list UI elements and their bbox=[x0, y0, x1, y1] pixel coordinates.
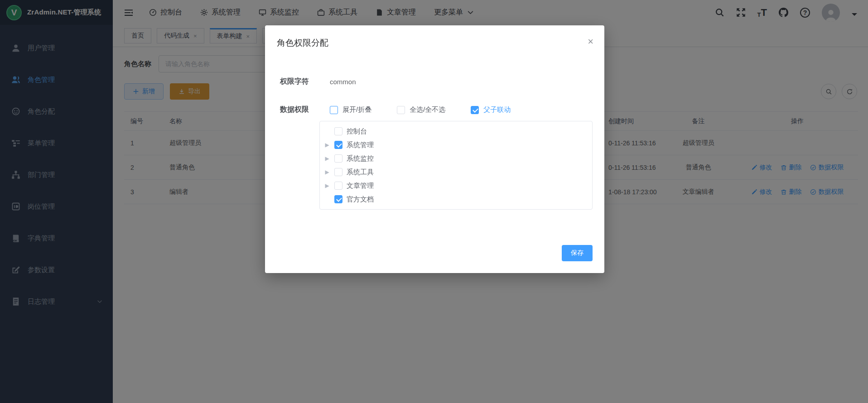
checkbox-icon[interactable] bbox=[334, 141, 342, 149]
tree-option-group: 展开/折叠 全选/全不选 父子联动 bbox=[330, 106, 511, 114]
checkbox-icon[interactable] bbox=[330, 106, 338, 114]
caret-right-icon[interactable]: ▶ bbox=[324, 155, 330, 162]
checkbox-icon[interactable] bbox=[471, 106, 479, 114]
dialog-header: 角色权限分配 × bbox=[265, 25, 604, 49]
tree-node-label: 系统监控 bbox=[347, 154, 374, 163]
tree-node-console[interactable]: ▶ 控制台 bbox=[320, 125, 592, 138]
save-button[interactable]: 保存 bbox=[562, 245, 593, 261]
tree-node-system-tools[interactable]: ▶ 系统工具 bbox=[320, 165, 592, 179]
role-permission-dialog: 角色权限分配 × 权限字符 common 数据权限 展开/折叠 全选/全不选 父… bbox=[265, 25, 604, 273]
dialog-title: 角色权限分配 bbox=[277, 37, 328, 49]
tree-node-official-docs[interactable]: ▶ 官方文档 bbox=[320, 192, 592, 206]
tree-node-label: 文章管理 bbox=[347, 182, 374, 190]
data-perm-row: 数据权限 展开/折叠 全选/全不选 父子联动 bbox=[280, 105, 593, 115]
tree-node-label: 控制台 bbox=[347, 127, 367, 136]
perm-char-label: 权限字符 bbox=[280, 77, 323, 86]
caret-right-icon[interactable]: ▶ bbox=[324, 169, 330, 175]
tree-node-label: 系统管理 bbox=[347, 141, 374, 149]
option-expand-collapse[interactable]: 展开/折叠 bbox=[330, 106, 371, 114]
checkbox-icon[interactable] bbox=[334, 195, 342, 203]
tree-node-label: 系统工具 bbox=[347, 168, 374, 177]
perm-char-row: 权限字符 common bbox=[280, 77, 593, 86]
checkbox-icon[interactable] bbox=[397, 106, 405, 114]
option-label: 展开/折叠 bbox=[342, 106, 371, 114]
caret-right-icon[interactable]: ▶ bbox=[324, 182, 330, 189]
option-parent-child-link[interactable]: 父子联动 bbox=[471, 106, 511, 114]
dialog-body: 权限字符 common 数据权限 展开/折叠 全选/全不选 父子联动 bbox=[265, 77, 604, 210]
tree-node-article-mgmt[interactable]: ▶ 文章管理 bbox=[320, 179, 592, 192]
checkbox-icon[interactable] bbox=[334, 127, 342, 135]
permission-tree: ▶ 控制台 ▶ 系统管理 ▶ 系统监控 ▶ 系统工具 ▶ bbox=[319, 121, 593, 210]
checkbox-icon[interactable] bbox=[334, 168, 342, 176]
tree-node-system-mgmt[interactable]: ▶ 系统管理 bbox=[320, 138, 592, 152]
option-label: 父子联动 bbox=[483, 106, 511, 114]
checkbox-icon[interactable] bbox=[334, 182, 342, 190]
tree-node-label: 官方文档 bbox=[347, 195, 374, 204]
checkbox-icon[interactable] bbox=[334, 154, 342, 163]
close-icon[interactable]: × bbox=[588, 37, 593, 46]
option-select-all[interactable]: 全选/全不选 bbox=[397, 106, 445, 114]
tree-node-system-monitor[interactable]: ▶ 系统监控 bbox=[320, 152, 592, 165]
data-perm-label: 数据权限 bbox=[280, 105, 323, 115]
option-label: 全选/全不选 bbox=[410, 106, 445, 114]
perm-char-value: common bbox=[330, 78, 356, 86]
caret-right-icon[interactable]: ▶ bbox=[324, 142, 330, 148]
